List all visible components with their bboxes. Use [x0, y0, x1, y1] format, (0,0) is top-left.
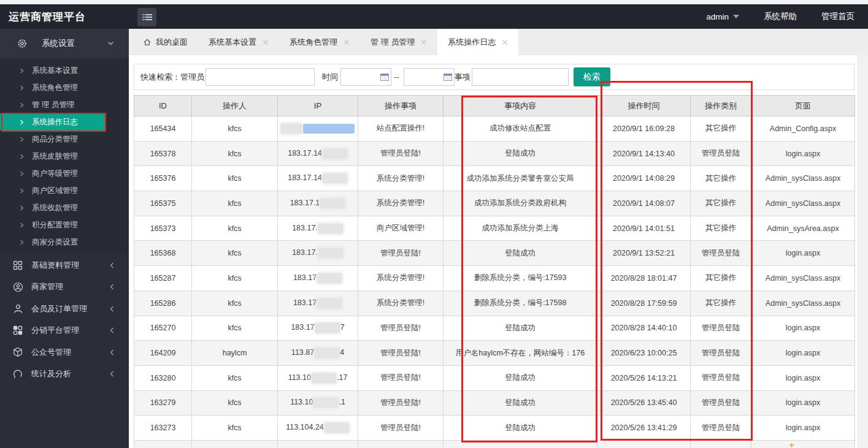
- close-icon[interactable]: [421, 39, 427, 45]
- page-name: login.aspx: [786, 249, 820, 257]
- chevron-right-icon: [20, 171, 24, 177]
- cell-action: 管理员登陆!: [358, 341, 444, 366]
- sidebar-subitem-3[interactable]: 系统操作日志: [0, 113, 129, 131]
- cell-page: Admin_sysClass.aspx: [751, 266, 855, 291]
- ip-redaction: [323, 173, 347, 183]
- chevron-right-icon: [20, 188, 24, 194]
- chevron-right-icon: [20, 137, 24, 142]
- sidebar-section-system-settings[interactable]: 系统设置: [0, 29, 129, 58]
- sidebar-subitem-label: 商品分类管理: [32, 134, 78, 145]
- cell-category: 其它操作: [691, 266, 751, 291]
- cell-category: 管理员登陆: [691, 365, 751, 390]
- sidebar-subitem-1[interactable]: 系统角色管理: [0, 79, 129, 96]
- cell-page: login.aspx: [751, 416, 855, 441]
- cell-operator: kfcs: [192, 166, 278, 191]
- close-icon[interactable]: [263, 39, 269, 45]
- ip-redaction: [318, 224, 343, 233]
- sidebar-section-label: 统计及分析: [31, 368, 71, 379]
- cell-operator: kfcs: [192, 290, 278, 316]
- sidebar-section-1[interactable]: 商家管理: [0, 276, 129, 298]
- chevron-left-icon: [110, 371, 114, 377]
- cell-time: 2020/9/1 16:09:28: [597, 116, 691, 142]
- table-row: 165368kfcs183.17.管理员登陆!登陆成功2020/9/1 13:5…: [134, 241, 855, 266]
- sidebar-subitem-10[interactable]: 商家分类设置: [0, 233, 129, 251]
- cell-id: 163273: [134, 416, 192, 441]
- date-to-input[interactable]: [404, 68, 455, 86]
- table-header: ID操作人IP操作事项事项内容操作时间操作类别页面: [134, 96, 855, 116]
- admin-home-link[interactable]: 管理首页: [821, 11, 855, 22]
- scrollbar[interactable]: [857, 55, 868, 448]
- ip-text: 183.17: [293, 298, 317, 307]
- chevron-left-icon: [110, 284, 114, 290]
- table-row: 165286kfcs183.17系统分类管理!删除系统分类，编号:1759820…: [134, 290, 855, 316]
- page-name: Admin_sysClass.aspx: [766, 274, 840, 283]
- tab-label: 系统角色管理: [290, 37, 337, 48]
- sidebar-subitem-9[interactable]: 积分配置管理: [0, 216, 129, 233]
- cell-action: [358, 440, 444, 448]
- item-search-input[interactable]: [472, 68, 569, 86]
- sidebar-section-2[interactable]: 会员及订单管理: [0, 298, 129, 320]
- date-from-input[interactable]: [340, 68, 391, 86]
- ip-text: 113.10: [288, 373, 311, 382]
- admin-field-label: 管理员: [180, 72, 204, 83]
- cell-time: 2020/9/1 13:52:21: [597, 241, 691, 266]
- system-help-link[interactable]: 系统帮助: [764, 11, 797, 22]
- column-header: 页面: [751, 96, 855, 116]
- page-name: Admin_sysClass.aspx: [766, 299, 840, 308]
- ip-redaction: [318, 248, 343, 258]
- tab-4[interactable]: 系统操作日志: [437, 29, 518, 55]
- cell-id: 165434: [134, 116, 192, 142]
- sidebar-subitem-2[interactable]: 管 理 员管理: [0, 96, 129, 113]
- tab-1[interactable]: 系统基本设置: [198, 29, 279, 55]
- sidebar-subitem-0[interactable]: 系统基本设置: [0, 62, 129, 79]
- cell-category: 管理员登陆: [691, 316, 751, 341]
- cell-id: 165375: [134, 191, 192, 216]
- close-icon[interactable]: [344, 39, 350, 45]
- ip-redaction: [317, 273, 342, 283]
- sidebar-subitem-label: 系统操作日志: [32, 117, 78, 127]
- sidebar-section-4[interactable]: 公众号管理: [0, 341, 129, 363]
- ip-text: 4: [340, 348, 344, 357]
- cell-category: 管理员登陆: [691, 241, 751, 266]
- cell-operator: [192, 440, 278, 448]
- cell-action: 管理员登陆!: [358, 316, 444, 341]
- cell-action: 管理员登陆!: [358, 241, 444, 266]
- cell-action: 商户区域管理!: [358, 216, 444, 241]
- sidebar-subitem-5[interactable]: 系统皮肤管理: [0, 148, 129, 165]
- sidebar-subitem-6[interactable]: 商户等级管理: [0, 165, 129, 182]
- tab-0[interactable]: 我的桌面: [133, 29, 198, 55]
- close-icon[interactable]: [502, 39, 508, 45]
- sidebar-subitem-4[interactable]: 商品分类管理: [0, 131, 129, 148]
- chevron-right-icon: [20, 222, 24, 228]
- tab-label: 管 理 员管理: [371, 37, 415, 48]
- cell-time: 2020/5/26 13:45:40: [597, 390, 691, 416]
- tab-label: 系统操作日志: [448, 37, 496, 48]
- sidebar-subitem-8[interactable]: 系统收款管理: [0, 199, 129, 216]
- cell-id: 165286: [134, 290, 192, 316]
- sidebar-section-3[interactable]: 分销平台管理: [0, 320, 129, 342]
- cell-ip: 113.874: [278, 341, 358, 366]
- sidebar-toggle-button[interactable]: [137, 8, 156, 26]
- sidebar-section-0[interactable]: 基础资料管理: [0, 254, 129, 276]
- page-name: Admin_sysArea.aspx: [767, 224, 839, 233]
- sidebar-section-label: 基础资料管理: [31, 260, 79, 271]
- sidebar-subitem-7[interactable]: 商户区域管理: [0, 182, 129, 199]
- cell-page: login.aspx: [751, 241, 855, 266]
- user-menu[interactable]: admin: [706, 12, 739, 21]
- table-row: 163279kfcs113.10.1管理员登陆!登陆成功2020/5/26 13…: [134, 390, 855, 416]
- calendar-icon: [380, 73, 389, 81]
- chevron-left-icon: [110, 306, 114, 312]
- cell-id: 163280: [134, 365, 192, 390]
- page-name: Admin_Config.aspx: [770, 124, 836, 133]
- ip-text: .17: [337, 373, 347, 382]
- tab-2[interactable]: 系统角色管理: [279, 29, 360, 55]
- tab-3[interactable]: 管 理 员管理: [360, 29, 437, 55]
- search-button[interactable]: 检索: [574, 67, 610, 86]
- cell-operator: kfcs: [192, 141, 278, 166]
- admin-search-input[interactable]: [205, 68, 315, 86]
- home-icon: [143, 38, 152, 46]
- cell-ip: [278, 116, 358, 142]
- gear-icon: [17, 39, 27, 48]
- cell-operator: kfcs: [192, 241, 278, 266]
- sidebar-section-5[interactable]: 统计及分析: [0, 363, 129, 385]
